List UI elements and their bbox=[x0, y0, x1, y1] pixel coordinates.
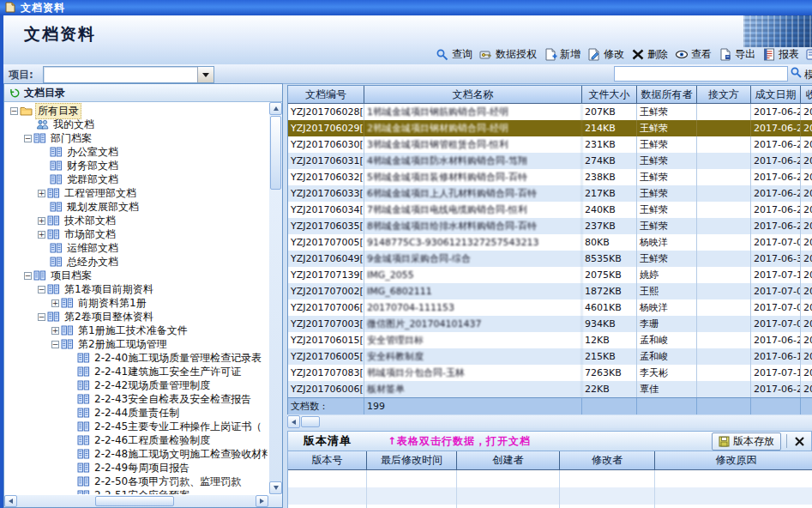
toolbar-button-export[interactable]: 导出 bbox=[719, 47, 755, 62]
tree-item[interactable]: −第2卷项目整体资料 bbox=[5, 310, 268, 324]
column-header[interactable]: 接文方 bbox=[697, 86, 751, 103]
doc-row[interactable]: YZJ201707083[宗]韩城项目分包合同-玉林7263KB李天彬2017-… bbox=[288, 365, 812, 381]
toolbar-button-query[interactable]: 查询 bbox=[436, 47, 472, 62]
doc-row[interactable]: YZJ201706029[宗]2韩城金城项目钢材购销合同-经明214KB王鲜荣2… bbox=[288, 120, 812, 136]
doc-row[interactable]: YZJ201706033[宗]6韩城金城项目上人孔材料购销合同-百特217KB王… bbox=[288, 185, 812, 202]
collapse-icon[interactable]: − bbox=[24, 135, 32, 142]
doc-row[interactable]: YZJ201706035[宗]8韩城金城项目给排水材料购销合同-百特237KB王… bbox=[288, 218, 812, 234]
doc-row[interactable]: YZJ201706005[宗]安全科教制度215KB孟和峻2017-06-192… bbox=[288, 348, 812, 365]
tree-item[interactable]: −所有目录 bbox=[5, 104, 268, 118]
doc-row[interactable]: YZJ201706028[宗]1韩城金城项目钢筋购销合同-经明207KB王鲜荣2… bbox=[288, 104, 812, 120]
toolbar-button-report[interactable]: 报表 bbox=[762, 47, 799, 62]
tree-item[interactable]: 2-2-40施工现场质量管理检查记录表 bbox=[5, 351, 268, 365]
expand-icon[interactable]: + bbox=[38, 231, 45, 239]
collapse-icon[interactable]: − bbox=[24, 272, 32, 280]
quick-search-input[interactable] bbox=[614, 66, 788, 82]
doc-row[interactable]: YZJ201706049[宗]9金城项目采购合同-综合8535KB王鲜荣2017… bbox=[288, 251, 812, 267]
dropdown-arrow-icon[interactable] bbox=[197, 67, 214, 82]
scroll-up-icon[interactable] bbox=[269, 102, 282, 115]
tree-item[interactable]: 2-2-44质量责任制 bbox=[5, 406, 268, 420]
tree-item[interactable]: 2-2-49每周项目报告 bbox=[5, 461, 268, 475]
tree-item[interactable]: 总经办文档 bbox=[5, 255, 268, 269]
version-store-button[interactable]: 版本存放 bbox=[712, 432, 781, 451]
scroll-left-icon[interactable] bbox=[287, 415, 300, 428]
collapse-icon[interactable]: − bbox=[38, 286, 45, 293]
tree-item[interactable]: 财务部文档 bbox=[5, 159, 268, 172]
version-column-header[interactable]: 版本号 bbox=[288, 451, 367, 469]
toolbar-button-view[interactable]: 查看 bbox=[675, 47, 712, 62]
tree-item[interactable]: +技术部文档 bbox=[5, 214, 268, 227]
expand-icon[interactable]: + bbox=[51, 299, 59, 307]
title-bar[interactable]: 文档资料 bbox=[0, 0, 812, 15]
doc-row[interactable]: YZJ201706006[宗]板材签单22KB覃佳2017-06-2020 bbox=[288, 381, 812, 397]
tree-item[interactable]: −项目档案 bbox=[5, 269, 268, 282]
tree-item[interactable]: 2-2-46工程质量检验制度 bbox=[5, 433, 268, 447]
doc-row[interactable]: YZJ201707003[宗]微信图片_201704101437934KB李珊2… bbox=[288, 316, 812, 332]
expand-icon[interactable]: + bbox=[38, 190, 45, 197]
toolbar-button-edit[interactable]: 修改 bbox=[587, 47, 624, 62]
tree-item[interactable]: 2-2-45主要专业工种操作上岗证书（ bbox=[5, 420, 268, 433]
doc-row[interactable]: YZJ201706015[宗]安全管理目标12KB孟和峻2017-06-2220 bbox=[288, 332, 812, 348]
toolbar-button-add[interactable]: 新增 bbox=[544, 47, 580, 62]
scroll-left-icon[interactable] bbox=[4, 495, 17, 507]
doc-row[interactable]: YZJ201706032[宗]5韩城金城项目装修材料购销合同-百特238KB王鲜… bbox=[288, 169, 812, 185]
version-column-header[interactable]: 最后修改时间 bbox=[367, 451, 457, 469]
doc-row[interactable]: YZJ201707139[宗]IMG_20552075KB姚婷2017-07-1… bbox=[288, 267, 812, 283]
expand-icon[interactable]: + bbox=[38, 217, 45, 225]
scrollbar-thumb[interactable] bbox=[270, 116, 281, 190]
scrollbar-thumb[interactable] bbox=[301, 416, 320, 427]
tree-item[interactable]: +市场部文档 bbox=[5, 227, 268, 241]
tree-horizontal-scrollbar[interactable] bbox=[4, 495, 282, 507]
tree-item[interactable]: 2-2-43安全自检表及安全检查报告 bbox=[5, 392, 268, 406]
doc-row[interactable]: YZJ201706030[宗]3韩城金城项目钢管租赁合同-恒利231KB王鲜荣2… bbox=[288, 136, 812, 153]
tree-item[interactable]: 办公室文档 bbox=[5, 145, 268, 159]
version-column-header[interactable]: 创建者 bbox=[457, 451, 560, 469]
version-column-header[interactable]: 修改者 bbox=[560, 451, 655, 469]
tree-item[interactable]: −部门档案 bbox=[5, 131, 268, 145]
doc-row[interactable]: YZJ201707005[宗]9148775C3-930612132725754… bbox=[288, 234, 812, 251]
tree-item[interactable]: 运维部文档 bbox=[5, 241, 268, 255]
tree-item-label: 工程管理部文档 bbox=[63, 186, 138, 201]
clipped-tool-icon[interactable] bbox=[806, 48, 812, 61]
doc-row[interactable]: YZJ201706034[宗]7韩城金城项目电线电缆购销合同-恒利240KB王鲜… bbox=[288, 202, 812, 218]
tree-item[interactable]: +前期资料第1册 bbox=[5, 296, 268, 310]
tree-item[interactable]: 党群部文档 bbox=[5, 172, 268, 186]
tree-item[interactable]: +工程管理部文档 bbox=[5, 186, 268, 200]
tree-line bbox=[65, 354, 75, 362]
tree-item[interactable]: 2-2-50各项甲方罚款、监理罚款 bbox=[5, 475, 268, 488]
tree-item[interactable]: 2-2-41建筑施工安全生产许可证 bbox=[5, 365, 268, 378]
search-icon[interactable] bbox=[790, 66, 803, 80]
tree-vertical-scrollbar[interactable] bbox=[269, 102, 282, 494]
column-header[interactable]: 文件大小 bbox=[582, 86, 637, 103]
tree-item[interactable]: 规划发展部文档 bbox=[5, 200, 268, 214]
tree-item[interactable]: −第1卷项目前期资料 bbox=[5, 282, 268, 296]
doc-row[interactable]: YZJ201707006[宗]20170704-1111534601KB杨映洋2… bbox=[288, 299, 812, 316]
tree-item[interactable]: −第2册施工现场管理 bbox=[5, 337, 268, 351]
collapse-icon[interactable]: − bbox=[10, 107, 18, 115]
tree-item[interactable]: 2-2-42现场质量管理制度 bbox=[5, 378, 268, 392]
column-header[interactable]: 收文日期 bbox=[801, 86, 812, 103]
doc-row[interactable]: YZJ201707002[宗]IMG_68021111872KB王熙2017-0… bbox=[288, 283, 812, 299]
scroll-down-icon[interactable] bbox=[269, 481, 282, 494]
tree-item[interactable]: +第1册施工技术准备文件 bbox=[5, 324, 268, 337]
tree-item[interactable]: 2-2-48施工现场文明施工检查验收材料 bbox=[5, 447, 268, 461]
column-header[interactable]: 文档编号 bbox=[288, 86, 364, 103]
table-horizontal-scrollbar[interactable] bbox=[287, 415, 812, 428]
expand-icon[interactable]: + bbox=[51, 327, 59, 335]
version-column-header[interactable]: 修改原因 bbox=[655, 451, 812, 469]
tree-item[interactable]: 我的文档 bbox=[5, 118, 268, 131]
column-header[interactable]: 数据所有者 bbox=[637, 86, 697, 103]
project-select[interactable] bbox=[43, 66, 214, 83]
scrollbar-thumb[interactable] bbox=[95, 496, 174, 506]
book-icon bbox=[50, 202, 63, 212]
doc-row[interactable]: YZJ201706031[宗]4韩城金城项目防水材料购销合同-笃翔274KB王鲜… bbox=[288, 153, 812, 169]
column-header[interactable]: 成文日期 bbox=[751, 86, 801, 103]
toolbar-button-delete[interactable]: 删除 bbox=[631, 47, 668, 62]
scroll-right-icon[interactable] bbox=[256, 495, 268, 507]
tree-item[interactable]: 2-2-51安全应急预案 bbox=[5, 488, 268, 494]
collapse-icon[interactable]: − bbox=[38, 313, 45, 321]
close-icon[interactable] bbox=[792, 434, 806, 448]
collapse-icon[interactable]: − bbox=[51, 341, 59, 348]
column-header[interactable]: 文档名称 bbox=[364, 86, 582, 103]
toolbar-button-authorize[interactable]: 数据授权 bbox=[479, 47, 537, 62]
